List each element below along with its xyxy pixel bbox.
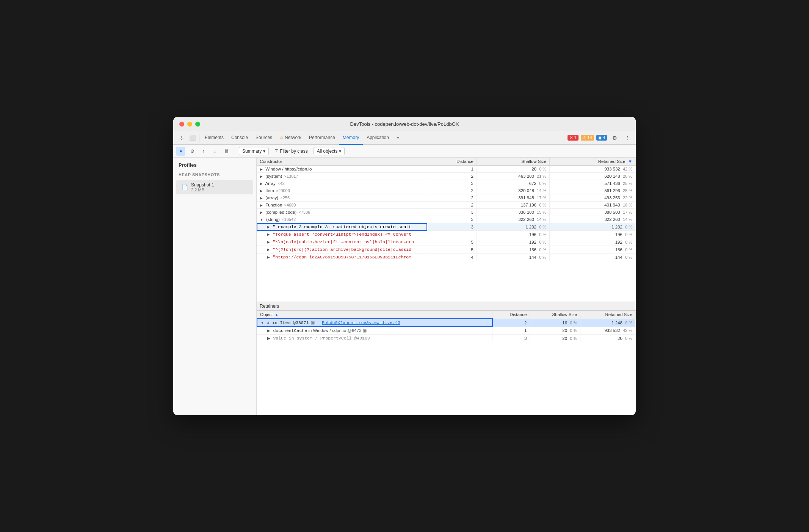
expand-icon[interactable]: ▶ bbox=[260, 203, 263, 207]
expand-icon[interactable]: ▶ bbox=[267, 225, 270, 229]
expand-icon[interactable]: ▶ bbox=[260, 167, 263, 171]
table-row[interactable]: ▶ Function ×4689 2 137 196 6 % 401 940 bbox=[257, 202, 636, 209]
table-row[interactable]: ▶ Item ×20003 2 320 048 14 % 561 296 bbox=[257, 187, 636, 194]
constructor-cell: ▶ " example 3 example 3: scattered objec… bbox=[257, 223, 427, 231]
snapshot-item[interactable]: 📄 Snapshot 1 2.2 MB bbox=[176, 180, 253, 194]
tab-more[interactable]: » bbox=[393, 131, 403, 145]
constructor-cell: ▶ (compiled code) ×7386 bbox=[257, 209, 427, 216]
distance-cell: 2 bbox=[427, 173, 477, 180]
table-row[interactable]: ▶ "\\b(calc|cubic-bezier|fit-content|hsl… bbox=[257, 238, 636, 246]
retained-size-header[interactable]: Retained Size ▼ bbox=[550, 158, 636, 166]
main-content: Profiles HEAP SNAPSHOTS 📄 Snapshot 1 2.2… bbox=[173, 158, 636, 415]
download-button[interactable]: ↓ bbox=[210, 147, 219, 156]
close-button[interactable] bbox=[179, 122, 184, 127]
retainer-distance-cell: 2 bbox=[492, 319, 530, 327]
title-bar: DevTools - codepen.io/web-dot-dev/live/P… bbox=[173, 117, 636, 131]
toolbar-separator bbox=[235, 147, 235, 155]
retainers-scroll[interactable]: Object ▲ Distance Shallow Size Retained … bbox=[257, 311, 636, 342]
sort-arrow-icon: ▼ bbox=[628, 159, 632, 164]
all-objects-dropdown[interactable]: All objects ▾ bbox=[314, 147, 345, 155]
expand-icon[interactable]: ▶ bbox=[267, 240, 270, 244]
retainer-link-value[interactable]: PoLdb0X?anon=true&view=live:43 bbox=[322, 320, 400, 325]
expand-icon[interactable]: ▼ bbox=[260, 217, 263, 222]
snapshot-size: 2.2 MB bbox=[191, 188, 214, 192]
retainers-header: Retainers bbox=[257, 302, 636, 311]
table-row[interactable]: ▶ Array ×42 3 672 0 % 571 436 bbox=[257, 180, 636, 187]
expand-icon[interactable]: ▶ bbox=[267, 247, 270, 252]
inspect-icon[interactable]: ⊹ bbox=[176, 133, 187, 143]
expand-icon[interactable]: ▶ bbox=[260, 189, 263, 193]
table-row[interactable]: ▶ (compiled code) ×7386 3 336 180 15 % 3… bbox=[257, 209, 636, 216]
sort-up-icon: ▲ bbox=[274, 313, 278, 317]
distance-cell: 3 bbox=[427, 216, 477, 223]
main-table-scroll[interactable]: Constructor Distance Shallow Size Retain… bbox=[257, 158, 636, 302]
tab-network[interactable]: ⚠ Network bbox=[276, 131, 305, 145]
constructor-cell: ▶ Window / https://cdpn.io bbox=[257, 166, 427, 173]
retainers-body: ▼ x in Item @38071 ▣ PoLdb0X?anon=true&v… bbox=[257, 319, 636, 342]
expand-icon[interactable]: ▶ bbox=[260, 174, 263, 178]
heap-table: Constructor Distance Shallow Size Retain… bbox=[257, 158, 636, 261]
retainer-row-selected[interactable]: ▼ x in Item @38071 ▣ PoLdb0X?anon=true&v… bbox=[257, 319, 636, 327]
tabs-right-area: ✕ 1 ⚠ 14 ◼ 4 ⚙ ⋮ bbox=[568, 133, 633, 143]
summary-dropdown[interactable]: Summary ▾ bbox=[239, 147, 269, 155]
shallow-size-cell: 391 948 17 % bbox=[477, 194, 549, 202]
record-button[interactable]: ● bbox=[176, 147, 185, 156]
constructor-cell: ▶ Array ×42 bbox=[257, 180, 427, 187]
device-icon[interactable]: ⬜ bbox=[187, 133, 198, 143]
retainers-shallow-header: Shallow Size bbox=[530, 311, 580, 319]
retainer-shallow-cell: 20 0 % bbox=[530, 327, 580, 335]
table-row-selected[interactable]: ▶ " example 3 example 3: scattered objec… bbox=[257, 223, 636, 231]
table-row[interactable]: ▼ (string) ×16542 3 322 260 14 % 322 260 bbox=[257, 216, 636, 223]
table-row[interactable]: ▶ "^(?!on|src|(?:action|archive|backgrou… bbox=[257, 246, 636, 253]
expand-icon[interactable]: ▶ bbox=[267, 329, 270, 333]
maximize-button[interactable] bbox=[195, 122, 200, 127]
constructor-cell: ▶ Function ×4689 bbox=[257, 202, 427, 209]
shallow-size-cell: 322 260 14 % bbox=[477, 216, 549, 223]
shallow-size-cell: 137 196 6 % bbox=[477, 202, 549, 209]
expand-icon[interactable]: ▶ bbox=[260, 210, 263, 214]
retainer-object-cell: ▼ x in Item @38071 ▣ PoLdb0X?anon=true&v… bbox=[257, 319, 492, 327]
expand-icon[interactable]: ▶ bbox=[267, 255, 270, 259]
expand-icon[interactable]: ▶ bbox=[260, 182, 263, 186]
retainers-distance-header: Distance bbox=[492, 311, 530, 319]
settings-icon[interactable]: ⚙ bbox=[609, 133, 620, 143]
expand-icon[interactable]: ▼ bbox=[260, 321, 264, 325]
tab-performance[interactable]: Performance bbox=[305, 131, 339, 145]
upload-button[interactable]: ↑ bbox=[199, 147, 208, 156]
retainer-row[interactable]: ▶ documentCache in Window / cdpn.io @647… bbox=[257, 327, 636, 335]
retainers-retained-header: Retained Size bbox=[580, 311, 636, 319]
distance-cell: 3 bbox=[427, 180, 477, 187]
filter-by-class-btn[interactable]: ⊤ Filter by class bbox=[271, 147, 311, 155]
table-row[interactable]: ▶ "Torque assert 'Convert<uintptr>(endIn… bbox=[257, 231, 636, 238]
expand-icon[interactable]: ▶ bbox=[267, 232, 270, 236]
shallow-size-cell: 196 0 % bbox=[477, 231, 549, 238]
retainer-row[interactable]: ▶ value in system / PropertyCell @40163 … bbox=[257, 335, 636, 342]
sidebar: Profiles HEAP SNAPSHOTS 📄 Snapshot 1 2.2… bbox=[173, 158, 257, 415]
table-row[interactable]: ▶ Window / https://cdpn.io 1 20 0 % 933 … bbox=[257, 166, 636, 173]
tab-sources[interactable]: Sources bbox=[252, 131, 276, 145]
collect-garbage-icon[interactable]: 🗑 bbox=[222, 147, 231, 156]
devtools-tabs: ⊹ ⬜ Elements Console Sources ⚠ Network P… bbox=[173, 131, 636, 145]
tab-elements[interactable]: Elements bbox=[201, 131, 227, 145]
table-row[interactable]: ▶ (system) ×13817 2 463 280 21 % 620 148 bbox=[257, 173, 636, 180]
clear-button[interactable]: ⊘ bbox=[188, 147, 197, 156]
tab-application[interactable]: Application bbox=[363, 131, 393, 145]
table-row[interactable]: ▶ "https://cdpn.io2AC766158D5B7507E17015… bbox=[257, 253, 636, 261]
distance-cell: 1 bbox=[427, 166, 477, 173]
minimize-button[interactable] bbox=[187, 122, 192, 127]
profiles-title: Profiles bbox=[173, 162, 256, 171]
expand-icon[interactable]: ▶ bbox=[267, 336, 270, 340]
retained-size-cell: 156 0 % bbox=[550, 246, 636, 253]
more-options-icon[interactable]: ⋮ bbox=[622, 133, 633, 143]
distance-cell: – bbox=[427, 231, 477, 238]
tab-memory[interactable]: Memory bbox=[339, 131, 363, 145]
retainers-table: Object ▲ Distance Shallow Size Retained … bbox=[257, 311, 636, 342]
tab-console[interactable]: Console bbox=[227, 131, 252, 145]
shallow-size-cell: 320 048 14 % bbox=[477, 187, 549, 194]
warn-badge: ⚠ 14 bbox=[581, 135, 594, 141]
retained-size-cell: 620 148 28 % bbox=[550, 173, 636, 180]
shallow-size-cell: 144 0 % bbox=[477, 253, 549, 261]
table-row[interactable]: ▶ (array) ×255 2 391 948 17 % 493 256 bbox=[257, 194, 636, 202]
secondary-toolbar: ● ⊘ ↑ ↓ 🗑 Summary ▾ ⊤ Filter by class Al… bbox=[173, 145, 636, 158]
expand-icon[interactable]: ▶ bbox=[260, 196, 263, 200]
